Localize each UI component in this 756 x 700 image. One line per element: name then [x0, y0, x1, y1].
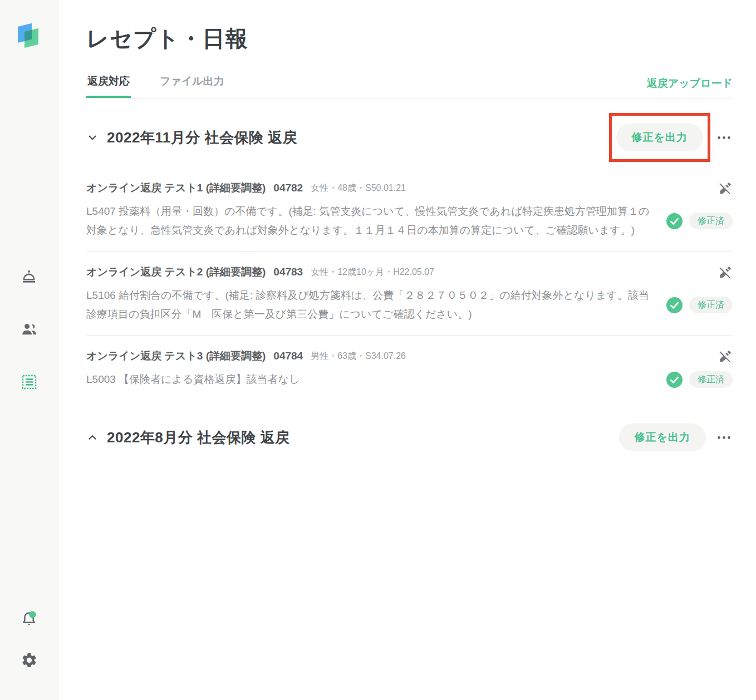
section-header-2022-08: 2022年8月分 社会保険 返戻 修正を出力 — [86, 400, 733, 457]
tab-bar: 返戻対応 ファイル出力 返戻アップロード — [86, 68, 733, 98]
annotation-highlight-box: 修正を出力 — [609, 113, 710, 162]
reception-bell-icon[interactable] — [21, 268, 37, 285]
item-status: 修正済 — [666, 371, 733, 388]
export-fixes-button[interactable]: 修正を出力 — [619, 423, 706, 451]
notification-dot — [29, 611, 36, 618]
item-code: 04782 — [273, 182, 303, 194]
return-item-2: オンライン返戻 テスト2 (詳細要調整) 04783 女性・12歳10ヶ月・H2… — [86, 252, 733, 336]
app-logo[interactable] — [17, 21, 41, 48]
tab-file-output[interactable]: ファイル出力 — [159, 68, 225, 98]
app-logo-mark — [17, 18, 41, 51]
status-badge: 修正済 — [689, 213, 733, 229]
sidebar-nav-group — [21, 268, 38, 391]
more-menu-icon[interactable] — [715, 132, 733, 144]
chevron-down-icon[interactable] — [86, 131, 99, 144]
item-title: オンライン返戻 テスト1 (詳細要調整) — [86, 181, 266, 195]
item-meta: 男性・63歳・S34.07.26 — [311, 351, 406, 362]
item-meta: 女性・12歳10ヶ月・H22.05.07 — [311, 267, 434, 278]
main-content: レセプト・日報 返戻対応 ファイル出力 返戻アップロード 2022年11月分 社… — [58, 0, 756, 700]
check-circle-icon[interactable] — [666, 213, 683, 229]
return-item-1: オンライン返戻 テスト1 (詳細要調整) 04782 女性・48歳・S50.01… — [86, 167, 733, 252]
patients-icon[interactable] — [21, 321, 38, 338]
receipt-icon[interactable] — [21, 373, 38, 391]
status-badge: 修正済 — [689, 371, 733, 388]
chevron-up-icon[interactable] — [86, 431, 99, 443]
item-title: オンライン返戻 テスト2 (詳細要調整) — [86, 265, 266, 279]
item-code: 04784 — [273, 350, 303, 362]
more-menu-icon[interactable] — [715, 432, 733, 443]
app-window: レセプト・日報 返戻対応 ファイル出力 返戻アップロード 2022年11月分 社… — [0, 0, 756, 700]
tab-henrei-taiou[interactable]: 返戻対応 — [86, 68, 131, 98]
check-circle-icon[interactable] — [666, 297, 683, 313]
sidebar-bottom-group — [20, 610, 38, 669]
section-header-2022-11: 2022年11月分 社会保険 返戻 修正を出力 — [86, 98, 733, 167]
item-meta: 女性・48歳・S50.01.21 — [311, 183, 406, 194]
section-title: 2022年11月分 社会保険 返戻 — [107, 128, 297, 147]
item-description: L5407 投薬料（用量・回数）の不備です。(補足: 気管支炎について、慢性気管… — [86, 202, 653, 240]
item-title: オンライン返戻 テスト3 (詳細要調整) — [86, 349, 266, 363]
item-description: L5003 【保険者による資格返戻】該当者なし — [86, 370, 653, 389]
check-circle-icon[interactable] — [666, 372, 683, 388]
henrei-upload-link[interactable]: 返戻アップロード — [647, 71, 733, 98]
return-item-3: オンライン返戻 テスト3 (詳細要調整) 04784 男性・63歳・S34.07… — [86, 336, 733, 400]
page-title: レセプト・日報 — [86, 23, 733, 54]
settings-gear-icon[interactable] — [21, 652, 38, 669]
section-title: 2022年8月分 社会保険 返戻 — [107, 428, 290, 447]
item-description: L5106 給付割合の不備です。(補足: 診察料及び処方箋料は、公費「２８２７０… — [86, 286, 653, 324]
sidebar — [0, 0, 58, 700]
item-status: 修正済 — [666, 213, 733, 229]
item-status: 修正済 — [666, 297, 733, 313]
edit-off-icon[interactable] — [718, 181, 733, 195]
status-badge: 修正済 — [689, 297, 733, 313]
edit-off-icon[interactable] — [718, 349, 733, 363]
item-code: 04783 — [273, 266, 303, 278]
notification-bell-icon[interactable] — [20, 610, 38, 628]
export-fixes-button[interactable]: 修正を出力 — [616, 124, 703, 151]
edit-off-icon[interactable] — [718, 265, 733, 279]
